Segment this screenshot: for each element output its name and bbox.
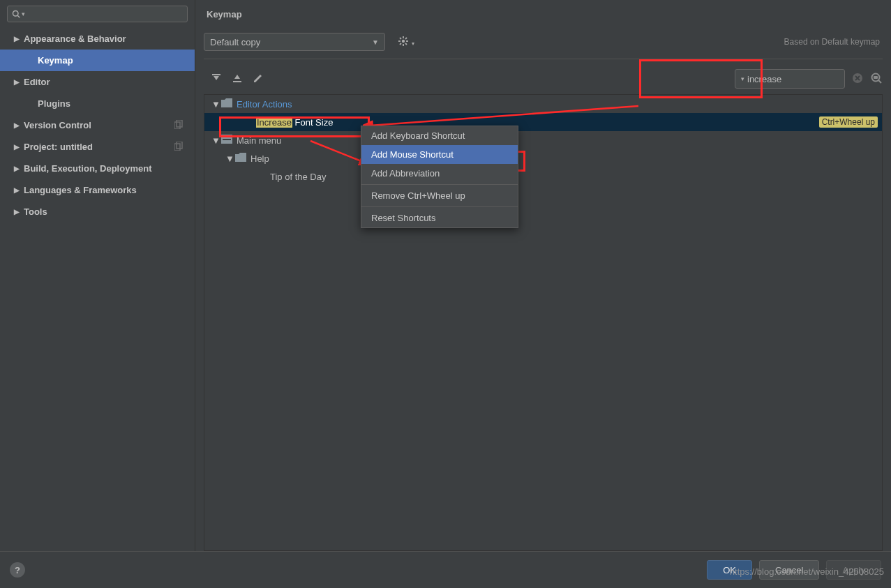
sidebar-item-keymap[interactable]: Keymap bbox=[0, 50, 195, 71]
expand-arrow-icon: ▼ bbox=[225, 153, 235, 164]
tree-folder-editor-actions[interactable]: ▼ Editor Actions bbox=[204, 95, 882, 113]
folder-icon bbox=[235, 153, 246, 164]
svg-line-13 bbox=[400, 43, 401, 45]
svg-point-0 bbox=[13, 11, 19, 17]
expand-arrow-icon: ▶ bbox=[14, 208, 24, 216]
sidebar-item-label: Tools bbox=[24, 206, 47, 217]
svg-rect-24 bbox=[223, 136, 231, 137]
tree-folder-help[interactable]: ▼ Help bbox=[204, 149, 882, 167]
separator bbox=[361, 206, 518, 207]
watermark: https://blog.csdn.net/weixin_42508025 bbox=[730, 566, 884, 577]
page-title: Keymap bbox=[204, 0, 883, 28]
based-on-label: Based on Default keymap bbox=[784, 37, 883, 47]
sidebar-item-label: Keymap bbox=[38, 55, 73, 66]
expand-all-icon[interactable] bbox=[211, 73, 222, 86]
expand-arrow-icon: ▶ bbox=[14, 78, 24, 86]
expand-arrow-icon: ▶ bbox=[14, 35, 24, 43]
clear-filter-icon[interactable] bbox=[852, 73, 863, 86]
sidebar-search-input[interactable] bbox=[28, 9, 183, 20]
menu-item-reset-shortcuts[interactable]: Reset Shortcuts bbox=[361, 209, 518, 227]
separator bbox=[361, 184, 518, 185]
tree-label: Editor Actions bbox=[237, 99, 292, 110]
help-button[interactable]: ? bbox=[10, 562, 25, 578]
svg-line-1 bbox=[17, 15, 20, 17]
dropdown-caret-icon: ▾ bbox=[741, 75, 744, 82]
tree-toolbar: ▾ bbox=[204, 65, 883, 93]
filter-input-box[interactable]: ▾ bbox=[735, 69, 845, 89]
search-icon bbox=[12, 10, 20, 18]
svg-rect-2 bbox=[174, 122, 180, 129]
svg-line-11 bbox=[400, 38, 401, 39]
current-project-icon bbox=[174, 142, 184, 153]
tree-item-increase-font-size[interactable]: Increase Font Size Ctrl+Wheel up bbox=[204, 113, 882, 131]
sidebar-item-label: Editor bbox=[24, 77, 50, 87]
dropdown-caret-icon: ▾ bbox=[22, 10, 25, 17]
sidebar-item-version-control[interactable]: ▶Version Control bbox=[0, 114, 195, 136]
menu-item-add-abbreviation[interactable]: Add Abbreviation bbox=[361, 164, 518, 183]
sidebar-item-tools[interactable]: ▶Tools bbox=[0, 201, 195, 223]
sidebar-item-label: Languages & Frameworks bbox=[24, 185, 137, 195]
sidebar-item-label: Project: untitled bbox=[24, 142, 93, 152]
sidebar-item-appearance-behavior[interactable]: ▶Appearance & Behavior bbox=[0, 28, 195, 50]
menu-icon bbox=[221, 135, 232, 146]
sidebar-item-build-execution-deployment[interactable]: ▶Build, Execution, Deployment bbox=[0, 158, 195, 179]
sidebar-item-editor[interactable]: ▶Editor bbox=[0, 71, 195, 93]
settings-sidebar: ▾ ▶Appearance & BehaviorKeymap▶EditorPlu… bbox=[0, 0, 195, 551]
chevron-down-icon: ▼ bbox=[372, 38, 379, 46]
svg-line-12 bbox=[405, 43, 407, 45]
gear-icon[interactable]: ▾ bbox=[398, 36, 414, 49]
sidebar-item-label: Build, Execution, Deployment bbox=[24, 163, 151, 174]
divider bbox=[204, 59, 883, 59]
edit-icon[interactable] bbox=[253, 73, 264, 86]
tree-item-tip-of-the-day[interactable]: Tip of the Day bbox=[204, 167, 882, 186]
expand-arrow-icon: ▶ bbox=[14, 121, 24, 129]
menu-item-add-mouse-shortcut[interactable]: Add Mouse Shortcut bbox=[361, 145, 518, 164]
current-project-icon bbox=[174, 120, 184, 131]
sidebar-item-label: Plugins bbox=[38, 98, 70, 109]
svg-line-21 bbox=[878, 80, 881, 83]
expand-arrow-icon: ▼ bbox=[211, 99, 221, 110]
sidebar-item-plugins[interactable]: Plugins bbox=[0, 93, 195, 114]
folder-icon bbox=[221, 98, 232, 110]
sidebar-item-project-untitled[interactable]: ▶Project: untitled bbox=[0, 136, 195, 158]
svg-rect-5 bbox=[177, 142, 182, 149]
svg-rect-3 bbox=[177, 120, 182, 127]
tree-folder-main-menu[interactable]: ▼ Main menu bbox=[204, 131, 882, 149]
keymap-select-value: Default copy bbox=[210, 37, 260, 47]
shortcut-badge: Ctrl+Wheel up bbox=[819, 116, 878, 128]
svg-rect-15 bbox=[212, 74, 220, 75]
sidebar-item-languages-frameworks[interactable]: ▶Languages & Frameworks bbox=[0, 179, 195, 201]
expand-arrow-icon: ▶ bbox=[14, 165, 24, 172]
main-panel: Keymap Default copy ▼ ▾ Based on Default… bbox=[195, 0, 891, 551]
keymap-tree[interactable]: ▼ Editor Actions Increase Font Size Ctrl… bbox=[204, 94, 883, 551]
svg-point-6 bbox=[402, 39, 405, 42]
tree-label: Help bbox=[250, 153, 269, 164]
tree-label: Tip of the Day bbox=[270, 172, 326, 182]
sidebar-item-label: Version Control bbox=[24, 120, 91, 130]
filter-input[interactable] bbox=[747, 74, 864, 84]
menu-item-add-keyboard-shortcut[interactable]: Add Keyboard Shortcut bbox=[361, 126, 518, 145]
keymap-select[interactable]: Default copy ▼ bbox=[204, 33, 385, 51]
svg-rect-16 bbox=[233, 81, 241, 82]
expand-arrow-icon: ▶ bbox=[14, 186, 24, 194]
context-menu: Add Keyboard Shortcut Add Mouse Shortcut… bbox=[361, 126, 518, 228]
sidebar-item-label: Appearance & Behavior bbox=[24, 33, 126, 44]
expand-arrow-icon: ▶ bbox=[14, 143, 24, 151]
collapse-all-icon[interactable] bbox=[232, 73, 243, 86]
svg-rect-22 bbox=[874, 76, 878, 79]
find-by-shortcut-icon[interactable] bbox=[870, 72, 883, 86]
menu-item-remove-shortcut[interactable]: Remove Ctrl+Wheel up bbox=[361, 186, 518, 205]
svg-rect-4 bbox=[174, 144, 180, 151]
tree-label: Main menu bbox=[237, 135, 281, 146]
sidebar-search[interactable]: ▾ bbox=[7, 6, 188, 22]
expand-arrow-icon: ▼ bbox=[211, 135, 221, 146]
svg-line-14 bbox=[405, 38, 407, 39]
svg-rect-25 bbox=[223, 139, 231, 140]
tree-label: Increase Font Size bbox=[256, 117, 333, 128]
